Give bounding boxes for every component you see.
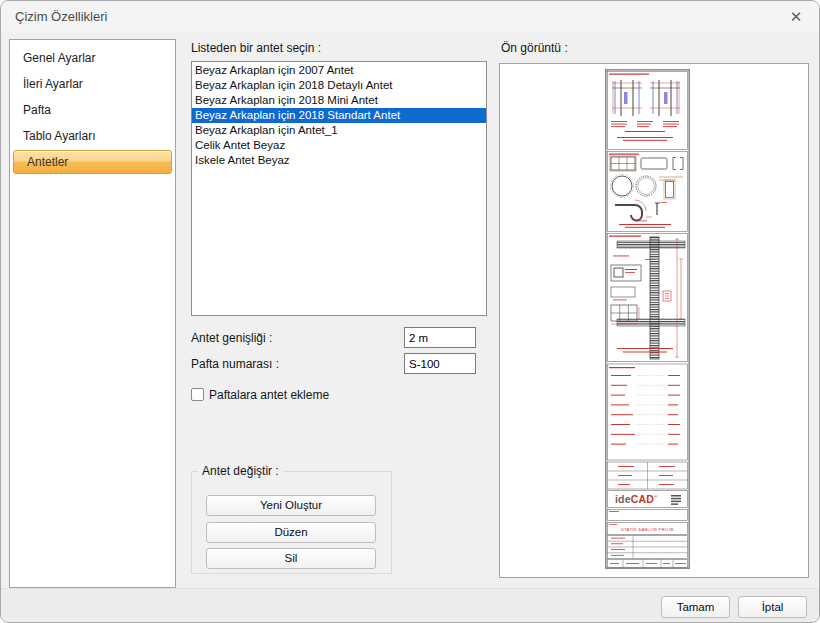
antet-list-item[interactable]: Iskele Antet Beyaz xyxy=(192,153,486,168)
sidebar-item-ileri-ayarlar[interactable]: İleri Ayarlar xyxy=(10,71,175,97)
pafta-number-label: Pafta numarası : xyxy=(191,357,279,371)
antet-degistir-group-title: Antet değiştir : xyxy=(198,464,283,478)
sidebar-item-pafta[interactable]: Pafta xyxy=(10,97,175,123)
antet-list-item[interactable]: Beyaz Arkaplan için Antet_1 xyxy=(192,123,486,138)
sidebar: Genel Ayarlar İleri Ayarlar Pafta Tablo … xyxy=(9,39,176,588)
antet-list-item[interactable]: Celik Antet Beyaz xyxy=(192,138,486,153)
svg-text:ideCAD®: ideCAD® xyxy=(615,493,657,505)
preview-panel: ideCAD® STATİK ŞABLON PROJE xyxy=(499,63,809,578)
sidebar-item-tablo-ayarlari[interactable]: Tablo Ayarları xyxy=(10,123,175,149)
drawing-properties-dialog: Çizim Özellikleri ✕ Genel Ayarlar İleri … xyxy=(0,0,820,623)
ok-button[interactable]: Tamam xyxy=(661,596,730,618)
logo-reg-mark: ® xyxy=(654,494,657,499)
sidebar-item-genel-ayarlar[interactable]: Genel Ayarlar xyxy=(10,45,175,71)
antet-list-item-selected[interactable]: Beyaz Arkaplan için 2018 Standart Antet xyxy=(192,108,486,123)
window-title: Çizim Özellikleri xyxy=(15,9,107,24)
pafta-number-input[interactable] xyxy=(404,353,476,374)
antet-list-item[interactable]: Beyaz Arkaplan için 2018 Detaylı Antet xyxy=(192,78,486,93)
antet-listbox[interactable]: Beyaz Arkaplan için 2007 Antet Beyaz Ark… xyxy=(191,61,487,316)
yeni-olustur-button[interactable]: Yeni Oluştur xyxy=(206,495,376,516)
sheet-title-text: STATİK ŞABLON PROJE xyxy=(621,527,674,532)
sil-button[interactable]: Sil xyxy=(206,548,376,569)
logo-text-ide: ide xyxy=(615,493,631,505)
paftalara-antet-ekleme-checkbox[interactable] xyxy=(191,388,204,401)
preview-label: Ön görüntü : xyxy=(501,41,568,55)
dialog-footer: Tamam İptal xyxy=(1,588,819,623)
titlebar: Çizim Özellikleri ✕ xyxy=(1,1,819,33)
duzen-button[interactable]: Düzen xyxy=(206,522,376,543)
cancel-button[interactable]: İptal xyxy=(738,596,807,618)
antet-list-label: Listeden bir antet seçin : xyxy=(191,41,321,55)
antet-preview-drawing: ideCAD® STATİK ŞABLON PROJE xyxy=(605,69,690,569)
antet-list-item[interactable]: Beyaz Arkaplan için 2007 Antet xyxy=(192,63,486,78)
close-icon[interactable]: ✕ xyxy=(786,7,806,27)
antet-width-label: Antet genişliği : xyxy=(191,331,272,345)
antet-list-item[interactable]: Beyaz Arkaplan için 2018 Mini Antet xyxy=(192,93,486,108)
antet-width-input[interactable] xyxy=(404,327,476,348)
logo-text-cad: CAD xyxy=(631,493,655,505)
antet-degistir-groupbox: Antet değiştir : Yeni Oluştur Düzen Sil xyxy=(191,471,392,574)
sidebar-item-antetler[interactable]: Antetler xyxy=(13,150,172,174)
paftalara-antet-ekleme-label: Paftalara antet ekleme xyxy=(209,388,329,402)
